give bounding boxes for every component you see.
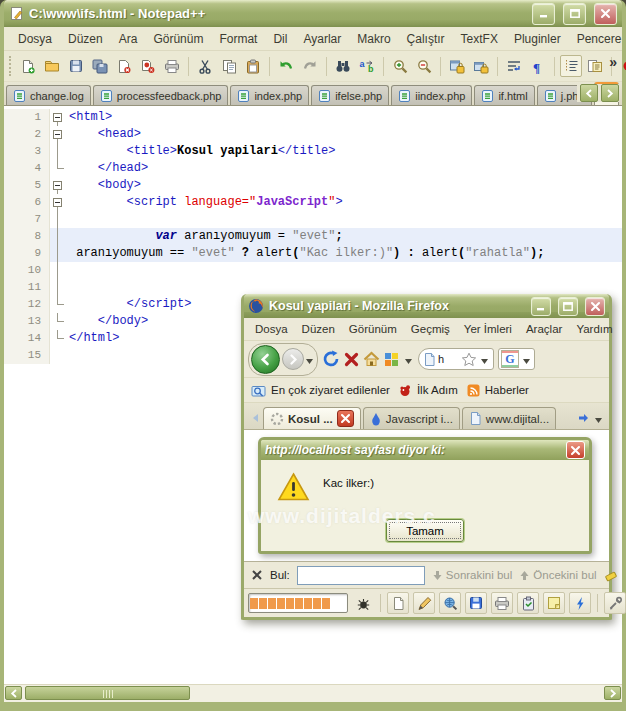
minimize-icon[interactable] <box>532 3 555 25</box>
quick-launch-icon[interactable] <box>384 352 399 367</box>
forward-icon[interactable] <box>282 348 304 370</box>
tab-if-html[interactable]: if.html <box>474 85 534 105</box>
url-text[interactable]: h <box>438 353 459 365</box>
search-bar[interactable]: G <box>498 348 535 370</box>
show-symbols-button[interactable]: ¶ <box>527 55 549 77</box>
save-button[interactable] <box>65 55 87 77</box>
word-wrap-button[interactable] <box>503 55 525 77</box>
tab-ifelse-php[interactable]: ifelse.php <box>311 85 389 105</box>
horizontal-scrollbar[interactable] <box>4 684 622 702</box>
firefox-tab-javascript-i[interactable]: Javascript i... <box>363 407 460 429</box>
clipboard-icon[interactable] <box>517 592 539 614</box>
undo-button[interactable] <box>275 55 297 77</box>
firefox-close-icon[interactable] <box>585 297 605 316</box>
paste-button[interactable] <box>242 55 264 77</box>
menu-item-pluginler[interactable]: Pluginler <box>506 30 569 48</box>
firefox-minimize-icon[interactable] <box>531 297 551 316</box>
menu-item-d-zen[interactable]: Düzen <box>60 30 111 48</box>
firefox-tab-kosul[interactable]: Kosul ... <box>263 407 361 429</box>
tab-index-php[interactable]: index.php <box>230 85 309 105</box>
url-dropdown-icon[interactable] <box>481 350 488 368</box>
firefox-menu-item-g-r-n-m[interactable]: Görünüm <box>342 321 404 337</box>
menu-item-pencere[interactable]: Pencere <box>569 30 626 48</box>
menu-item-dil[interactable]: Dil <box>265 30 295 48</box>
ok-button[interactable]: Tamam <box>386 519 464 542</box>
save-disk-icon[interactable] <box>465 592 487 614</box>
tools-icon[interactable] <box>604 592 626 614</box>
open-folder-button[interactable] <box>41 55 63 77</box>
firefox-menu-item-ara-lar[interactable]: Araçlar <box>519 321 569 337</box>
zoom-out-button[interactable] <box>413 55 435 77</box>
find-next-button[interactable]: Sonrakini bul <box>432 569 512 581</box>
scroll-left-icon[interactable] <box>5 686 22 700</box>
firefox-menu-item-yer-i-mleri[interactable]: Yer İmleri <box>457 321 519 337</box>
tab-scroll-right-icon[interactable] <box>578 413 589 423</box>
close-all-button[interactable] <box>137 55 159 77</box>
firefox-maximize-icon[interactable] <box>558 297 578 316</box>
save-all-button[interactable] <box>89 55 111 77</box>
menu-item-dosya[interactable]: Dosya <box>10 30 60 48</box>
tab-scroll-right-icon[interactable] <box>601 84 619 102</box>
refresh-icon[interactable] <box>322 350 340 368</box>
tab-list-dropdown-icon[interactable] <box>595 409 602 427</box>
menu-item-textfx[interactable]: TextFX <box>453 30 506 48</box>
cut-button[interactable] <box>194 55 216 77</box>
scrollbar-thumb[interactable] <box>25 686 190 700</box>
fold-marker[interactable] <box>50 194 65 211</box>
fold-marker[interactable] <box>50 126 65 143</box>
history-dropdown-icon[interactable] <box>306 350 313 368</box>
sync-scroll-v-button[interactable] <box>446 55 468 77</box>
tab-change-log[interactable]: change.log <box>6 85 91 105</box>
quick-launch-dropdown-icon[interactable] <box>405 350 412 368</box>
globe-search-icon[interactable] <box>439 592 461 614</box>
stop-icon[interactable] <box>344 352 359 367</box>
menu-item-format[interactable]: Format <box>211 30 265 48</box>
zoom-in-button[interactable] <box>389 55 411 77</box>
menu-item-g-r-n-m[interactable]: Görünüm <box>145 30 211 48</box>
print-page-icon[interactable] <box>491 592 513 614</box>
tab-iindex-php[interactable]: iindex.php <box>391 85 472 105</box>
maximize-icon[interactable] <box>563 3 586 25</box>
close-icon[interactable] <box>594 3 617 25</box>
new-file-button[interactable] <box>17 55 39 77</box>
note-icon[interactable] <box>543 592 565 614</box>
tab-close-icon[interactable] <box>337 410 354 427</box>
tab-scroll-left-icon[interactable] <box>580 84 598 102</box>
fold-marker[interactable] <box>50 109 65 126</box>
find-input[interactable] <box>297 566 425 585</box>
sync-scroll-h-button[interactable] <box>470 55 492 77</box>
record-macro-button[interactable] <box>617 55 626 77</box>
tab-processfeedback-php[interactable]: processfeedback.php <box>93 85 229 105</box>
close-doc-button[interactable] <box>113 55 135 77</box>
copy-button[interactable] <box>218 55 240 77</box>
search-engine-dropdown-icon[interactable] <box>523 350 530 368</box>
find-prev-button[interactable]: Öncekini bul <box>519 569 596 581</box>
print-button[interactable] <box>161 55 183 77</box>
firefox-menu-item-d-zen[interactable]: Düzen <box>295 321 342 337</box>
bookmark-haberler[interactable]: Haberler <box>466 383 529 398</box>
edit-pencil-icon[interactable] <box>413 592 435 614</box>
menu-item-makro[interactable]: Makro <box>349 30 398 48</box>
bug-icon[interactable] <box>352 592 374 614</box>
redo-button[interactable] <box>299 55 321 77</box>
bookmark-en-ok-ziyaret-edilenler[interactable]: En çok ziyaret edilenler <box>251 383 390 397</box>
find-button[interactable] <box>332 55 354 77</box>
back-icon[interactable] <box>251 345 280 374</box>
menu-item-ara[interactable]: Ara <box>111 30 146 48</box>
find-close-icon[interactable] <box>251 569 263 581</box>
indent-guide-button[interactable] <box>560 55 582 77</box>
menu-item-ayarlar[interactable]: Ayarlar <box>295 30 349 48</box>
replace-button[interactable]: ab <box>356 55 378 77</box>
bookmark-star-icon[interactable] <box>461 352 477 367</box>
firefox-tab-www-dijital[interactable]: www.dijital... <box>462 407 556 429</box>
firefox-menu-item-yard-m[interactable]: Yardım <box>569 321 619 337</box>
lightning-icon[interactable] <box>569 592 591 614</box>
firefox-menu-item-ge-mi[interactable]: Geçmiş <box>404 321 457 337</box>
toolbar-overflow-button[interactable]: » <box>609 54 617 70</box>
address-bar[interactable]: h <box>418 348 494 370</box>
highlight-all-icon[interactable] <box>604 568 619 583</box>
home-icon[interactable] <box>363 351 380 367</box>
doc-switcher-button[interactable] <box>584 55 606 77</box>
new-page-icon[interactable] <box>387 592 409 614</box>
firefox-menu-item-dosya[interactable]: Dosya <box>248 321 295 337</box>
